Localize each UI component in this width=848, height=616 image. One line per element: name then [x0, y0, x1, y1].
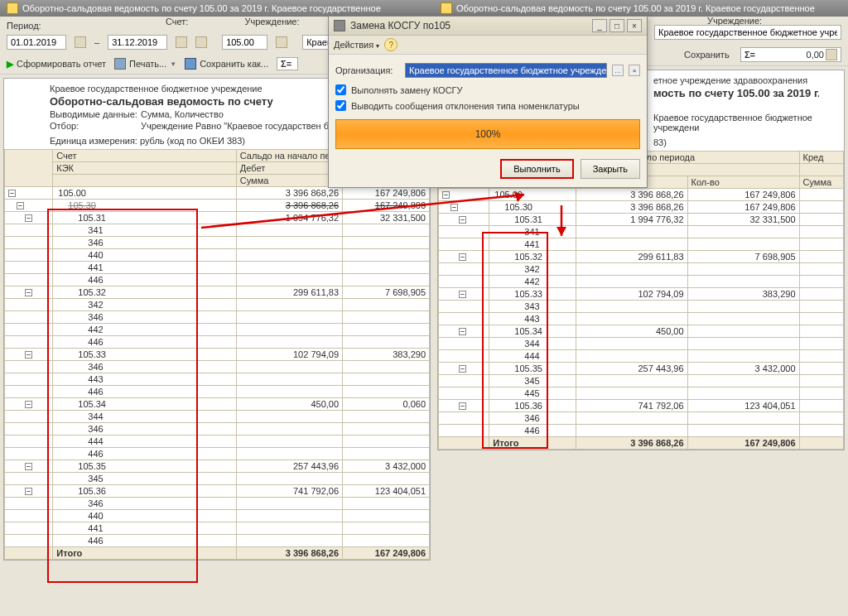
org-field-input[interactable]: Краевое государственное бюджетное учрежд… [405, 63, 607, 78]
execute-button[interactable]: Выполнить [500, 159, 573, 179]
extra-cell [799, 325, 843, 338]
acct-cell: 346 [53, 311, 237, 324]
actions-menu[interactable]: Действия ▾ [334, 40, 379, 50]
qty-cell [343, 522, 430, 535]
qty-cell [343, 386, 430, 398]
org-input-right[interactable] [654, 25, 841, 40]
table-row: 446 [5, 274, 430, 286]
qty-cell [343, 448, 430, 460]
table-row: −105.34450,000,060 [5, 398, 430, 411]
unit-label: Единица измерения: рубль (код по ОКЕИ 38… [50, 136, 245, 146]
totals-row: Итого3 396 868,26167 249,806 [5, 547, 430, 560]
qty-cell [343, 436, 430, 448]
acct-cell: 105.34 [53, 398, 237, 411]
acct-cell: 346 [53, 361, 237, 373]
calendar-icon[interactable] [75, 36, 86, 48]
tree-toggle[interactable]: − [442, 191, 450, 199]
progress-bar: 100% [335, 119, 640, 149]
acct-cell: 344 [489, 338, 576, 350]
help-icon[interactable]: ? [384, 38, 398, 51]
sum-indicator-right: Σ=0,00 [740, 47, 841, 62]
save-as-button[interactable]: Сохранить как... [185, 58, 268, 70]
qty-cell [343, 336, 430, 349]
checkbox-input[interactable] [335, 100, 346, 111]
sum-cell [236, 411, 342, 423]
tree-toggle[interactable]: − [459, 365, 466, 373]
acct-cell: 440 [53, 249, 237, 262]
dialog-body: Организация: Краевое государственное бюд… [329, 55, 647, 154]
sum-cell [236, 522, 342, 535]
clear-icon[interactable]: × [629, 65, 640, 76]
sum-cell [576, 425, 687, 437]
tree-toggle[interactable]: − [459, 328, 466, 335]
table-row: 446 [439, 425, 844, 437]
sum-cell [236, 373, 342, 386]
print-button[interactable]: Печать...▼ [114, 58, 176, 70]
form-report-button[interactable]: ▶Сформировать отчет [7, 59, 106, 70]
date-to-input[interactable] [108, 35, 167, 50]
table-row: 442 [5, 324, 430, 336]
sum-cell: 741 792,06 [236, 485, 342, 498]
sum-cell [576, 375, 687, 387]
tree-toggle[interactable]: − [25, 289, 32, 296]
calendar-icon[interactable] [176, 36, 187, 48]
tree-toggle[interactable]: − [17, 202, 24, 209]
table-row: 446 [5, 386, 430, 398]
table-row: 441 [5, 262, 430, 274]
tree-toggle[interactable]: − [25, 351, 32, 359]
dialog-footer: Выполнить Закрыть [329, 154, 647, 187]
tree-toggle[interactable]: − [8, 190, 16, 197]
checkbox-replace-kosgu[interactable]: Выполнять замену КОСГУ [335, 84, 640, 95]
save-as-button-right[interactable]: Сохранить как... [684, 50, 732, 60]
table-row: 441 [439, 238, 844, 251]
acct-cell: 346 [53, 498, 237, 510]
save-as-label: Сохранить как... [200, 59, 268, 69]
save-as-label: Сохранить как... [684, 50, 732, 60]
table-row: −105.34450,00 [439, 325, 844, 338]
balance-table-left: СчетСальдо на начало периода КЭКДебет Су… [4, 149, 430, 560]
sum-cell [576, 387, 687, 400]
maximize-button[interactable]: □ [610, 19, 624, 32]
minimize-button[interactable]: _ [592, 19, 607, 32]
tree-toggle[interactable]: − [450, 204, 458, 211]
replace-kosgu-dialog: Замена КОСГУ по105 _ □ × Действия ▾ ? Ор… [328, 16, 648, 188]
table-row: 446 [5, 336, 430, 349]
checkbox-show-messages[interactable]: Выводить сообщения отклонения типа номен… [335, 100, 640, 111]
acct-cell: 443 [53, 373, 237, 386]
tree-toggle[interactable]: − [459, 291, 466, 298]
tree-toggle[interactable]: − [25, 401, 32, 408]
tree-toggle[interactable]: − [459, 216, 466, 224]
qty-cell [343, 535, 430, 547]
extra-cell [799, 350, 843, 363]
tree-toggle[interactable]: − [25, 463, 32, 470]
account-input[interactable] [222, 35, 267, 50]
checkbox-input[interactable] [335, 84, 346, 95]
dropdown-icon[interactable] [276, 36, 287, 48]
qty-cell [687, 338, 799, 350]
tree-toggle[interactable]: − [25, 214, 32, 222]
extra-cell [799, 338, 843, 350]
table-row: 440 [5, 249, 430, 262]
close-dialog-button[interactable]: Закрыть [581, 159, 640, 179]
table-row: 446 [5, 535, 430, 547]
table-row: 341 [5, 224, 430, 237]
qty-cell: 0,060 [343, 398, 430, 411]
acct-cell: 441 [489, 238, 576, 251]
sum-cell [236, 473, 342, 485]
acct-cell: 105.33 [53, 349, 237, 361]
sum-cell [236, 237, 342, 249]
tree-toggle[interactable]: − [459, 253, 466, 261]
period-picker-icon[interactable] [195, 36, 207, 48]
table-row: −105.33102 794,09383,290 [439, 288, 844, 301]
qty-cell [343, 498, 430, 510]
table-wrap-left: СчетСальдо на начало периода КЭКДебет Су… [4, 149, 430, 560]
qty-cell [343, 224, 430, 237]
date-from-input[interactable] [7, 35, 66, 50]
dropdown-icon[interactable]: … [612, 65, 624, 76]
tree-toggle[interactable]: − [459, 402, 466, 410]
calc-icon[interactable] [826, 49, 837, 60]
qty-cell [687, 412, 799, 425]
close-button[interactable]: × [627, 19, 642, 32]
tree-toggle[interactable]: − [25, 488, 32, 495]
sum-cell [576, 412, 687, 425]
